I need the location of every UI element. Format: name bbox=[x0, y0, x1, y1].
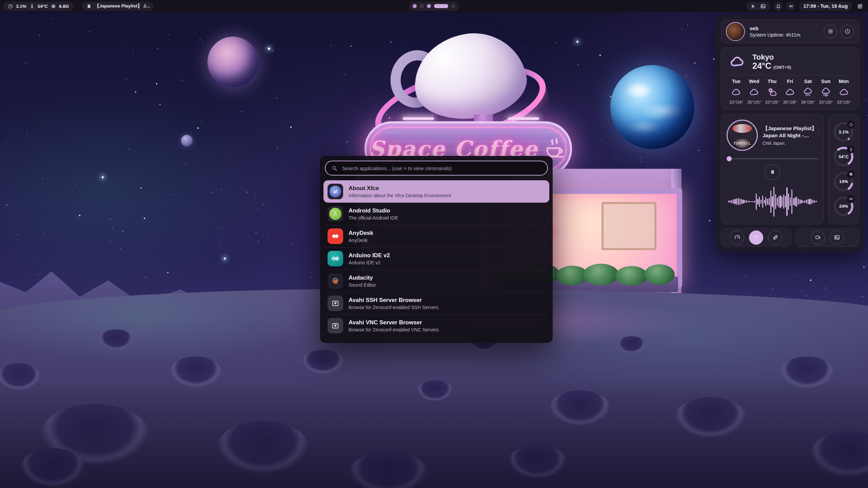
avatar[interactable] bbox=[726, 22, 745, 41]
workspace-dot-active[interactable] bbox=[434, 4, 448, 8]
visualizer-bar bbox=[756, 194, 757, 210]
track-title: 【Japanese Playlist】 Japan All Night - To… bbox=[763, 125, 818, 139]
visualizer-bar bbox=[809, 199, 810, 205]
cloud-icon bbox=[745, 86, 763, 98]
visualizer-bar bbox=[731, 200, 732, 203]
app-row-anydesk[interactable]: AnyDesk AnyDesk bbox=[323, 225, 549, 247]
control-center-panel: seb System Uptime: 4h11m Tokyo 24°C(GMT+… bbox=[716, 15, 864, 251]
clock-pill[interactable]: 17:09 - Tue, 19 Aug bbox=[799, 2, 852, 11]
network-icon bbox=[328, 318, 343, 333]
visualizer-bar bbox=[741, 199, 742, 204]
system-uptime: System Uptime: 4h11m bbox=[750, 32, 801, 38]
app-description: AnyDesk bbox=[349, 238, 373, 243]
power-button[interactable] bbox=[841, 25, 854, 38]
visualizer-bar bbox=[770, 190, 771, 213]
visualizer-bar bbox=[764, 200, 765, 203]
speedometer-icon bbox=[734, 234, 741, 241]
visualizer-bar bbox=[733, 199, 734, 204]
app-row-android-studio[interactable]: Android Studio The official Android IDE bbox=[323, 203, 549, 225]
visualizer-bar bbox=[748, 201, 749, 202]
app-row-audacity[interactable]: Audacity Sound Editor bbox=[323, 270, 549, 292]
system-gauges-card: 3.1% 54°C 14% 24% bbox=[828, 114, 859, 224]
audio-visualizer bbox=[727, 185, 818, 219]
weather-card: Tokyo 24°C(GMT+9) Tue 33°/24° Wed 35°/25… bbox=[721, 47, 859, 110]
volume-button[interactable] bbox=[786, 2, 795, 11]
album-art[interactable]: TOKYO L bbox=[727, 120, 758, 151]
scale-icon bbox=[753, 234, 760, 241]
cloud-rain-icon bbox=[799, 86, 817, 98]
workspace-switcher[interactable] bbox=[409, 2, 459, 11]
workspace-dot-empty[interactable] bbox=[451, 4, 455, 8]
cloud-icon bbox=[835, 86, 853, 98]
username: seb bbox=[750, 25, 801, 31]
powersave-button[interactable] bbox=[768, 230, 782, 245]
search-icon bbox=[332, 165, 337, 171]
visualizer-bar bbox=[785, 196, 786, 207]
workspace-dot-occupied[interactable] bbox=[413, 4, 417, 8]
app-row-arduino[interactable]: Arduino IDE v2 Arduino IDE v2 bbox=[323, 247, 549, 270]
visualizer-bar bbox=[814, 200, 815, 203]
forecast-day: Wed 35°/25° bbox=[745, 79, 763, 105]
forecast-day: Sun 33°/26° bbox=[817, 79, 835, 105]
bell-icon bbox=[776, 4, 781, 9]
now-playing-pill[interactable]: 【Japanese Playlist】 J... bbox=[82, 2, 154, 11]
weather-city: Tokyo bbox=[752, 53, 791, 61]
speedometer-button[interactable] bbox=[730, 230, 744, 245]
pause-icon bbox=[770, 169, 775, 175]
search-bar[interactable] bbox=[325, 161, 548, 176]
visualizer-bar bbox=[806, 200, 807, 203]
disk-gauge: 24% bbox=[834, 197, 853, 216]
visualizer-bar bbox=[754, 201, 755, 203]
visualizer-bar bbox=[790, 197, 791, 206]
weather-timezone: (GMT+9) bbox=[773, 65, 791, 70]
memory-usage: 6.8G bbox=[59, 4, 69, 9]
visualizer-bar bbox=[734, 199, 735, 204]
visualizer-bar bbox=[765, 197, 766, 206]
visualizer-bar bbox=[801, 200, 802, 203]
volume-icon bbox=[788, 4, 793, 9]
workspace-dot-occupied[interactable] bbox=[427, 4, 431, 8]
balanced-mode-button[interactable] bbox=[749, 230, 763, 245]
notifications-button[interactable] bbox=[774, 2, 783, 11]
visualizer-bar bbox=[739, 199, 741, 205]
cloud-storm-icon bbox=[817, 86, 835, 98]
capture-card bbox=[795, 228, 859, 247]
workspace-dot-empty[interactable] bbox=[420, 4, 424, 8]
visualizer-bar bbox=[743, 200, 744, 204]
app-list: About Xfce Information about the Xfce De… bbox=[323, 180, 549, 337]
app-name: Arduino IDE v2 bbox=[349, 252, 390, 259]
app-row-avahi-vnc[interactable]: Avahi VNC Server Browser Browse for Zero… bbox=[323, 314, 549, 337]
dashboard-button[interactable] bbox=[855, 2, 865, 11]
disk-icon bbox=[847, 195, 855, 203]
pet-icon[interactable] bbox=[750, 4, 755, 9]
visualizer-bar bbox=[786, 187, 787, 216]
visualizer-bar bbox=[736, 198, 737, 205]
network-icon bbox=[328, 296, 343, 311]
visualizer-bar bbox=[767, 199, 768, 205]
tray-pill[interactable] bbox=[746, 2, 770, 11]
wallpaper-icon[interactable] bbox=[760, 3, 766, 9]
seek-thumb[interactable] bbox=[727, 156, 732, 161]
app-row-about-xfce[interactable]: About Xfce Information about the Xfce De… bbox=[323, 180, 549, 203]
visualizer-bar bbox=[728, 201, 729, 202]
cpu-usage: 3.1% bbox=[16, 4, 26, 9]
thermometer-icon bbox=[29, 4, 35, 9]
visualizer-bar bbox=[788, 194, 789, 210]
app-row-avahi-ssh[interactable]: Avahi SSH Server Browser Browse for Zero… bbox=[323, 292, 549, 314]
search-input[interactable] bbox=[341, 165, 541, 171]
xfce-mouse-icon bbox=[328, 184, 343, 199]
settings-button[interactable] bbox=[824, 25, 837, 38]
audacity-icon bbox=[328, 273, 343, 289]
seek-bar[interactable] bbox=[727, 156, 818, 161]
screen-record-button[interactable] bbox=[811, 230, 825, 245]
visualizer-bar bbox=[812, 200, 813, 203]
wallpaper-button[interactable] bbox=[830, 230, 844, 245]
weekly-forecast: Tue 33°/24° Wed 35°/25° Thu 33°/26° Fri bbox=[727, 79, 853, 105]
app-description: Browse for Zeroconf-enabled SSH Servers bbox=[349, 305, 438, 310]
visualizer-bar bbox=[808, 199, 809, 204]
visualizer-bar bbox=[730, 200, 731, 203]
dashboard-icon bbox=[857, 3, 863, 9]
app-description: The official Android IDE bbox=[349, 215, 398, 221]
pause-button[interactable] bbox=[765, 164, 780, 180]
system-stats-pill[interactable]: 3.1% 54°C 6.8G bbox=[3, 2, 73, 11]
